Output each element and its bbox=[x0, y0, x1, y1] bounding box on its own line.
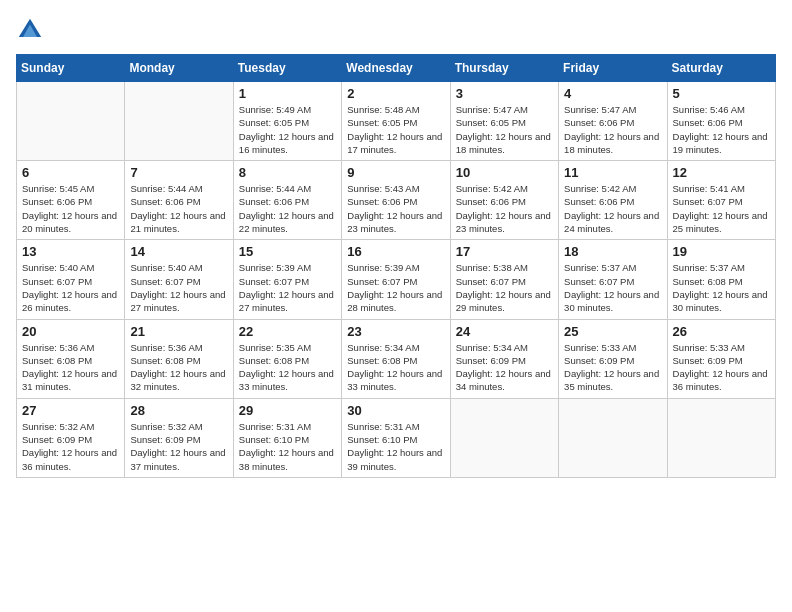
day-number: 28 bbox=[130, 403, 227, 418]
day-sun-info: Sunrise: 5:40 AM Sunset: 6:07 PM Dayligh… bbox=[130, 261, 227, 314]
calendar-cell: 12Sunrise: 5:41 AM Sunset: 6:07 PM Dayli… bbox=[667, 161, 775, 240]
calendar-cell: 20Sunrise: 5:36 AM Sunset: 6:08 PM Dayli… bbox=[17, 319, 125, 398]
calendar-cell: 25Sunrise: 5:33 AM Sunset: 6:09 PM Dayli… bbox=[559, 319, 667, 398]
calendar-cell: 10Sunrise: 5:42 AM Sunset: 6:06 PM Dayli… bbox=[450, 161, 558, 240]
weekday-header-sunday: Sunday bbox=[17, 55, 125, 82]
calendar-cell: 15Sunrise: 5:39 AM Sunset: 6:07 PM Dayli… bbox=[233, 240, 341, 319]
calendar-cell: 28Sunrise: 5:32 AM Sunset: 6:09 PM Dayli… bbox=[125, 398, 233, 477]
day-number: 2 bbox=[347, 86, 444, 101]
calendar-cell: 23Sunrise: 5:34 AM Sunset: 6:08 PM Dayli… bbox=[342, 319, 450, 398]
weekday-header-row: SundayMondayTuesdayWednesdayThursdayFrid… bbox=[17, 55, 776, 82]
calendar-cell: 11Sunrise: 5:42 AM Sunset: 6:06 PM Dayli… bbox=[559, 161, 667, 240]
calendar-cell: 8Sunrise: 5:44 AM Sunset: 6:06 PM Daylig… bbox=[233, 161, 341, 240]
day-sun-info: Sunrise: 5:47 AM Sunset: 6:05 PM Dayligh… bbox=[456, 103, 553, 156]
day-sun-info: Sunrise: 5:39 AM Sunset: 6:07 PM Dayligh… bbox=[239, 261, 336, 314]
logo-icon bbox=[16, 16, 44, 44]
day-sun-info: Sunrise: 5:41 AM Sunset: 6:07 PM Dayligh… bbox=[673, 182, 770, 235]
weekday-header-tuesday: Tuesday bbox=[233, 55, 341, 82]
day-number: 18 bbox=[564, 244, 661, 259]
weekday-header-wednesday: Wednesday bbox=[342, 55, 450, 82]
day-sun-info: Sunrise: 5:33 AM Sunset: 6:09 PM Dayligh… bbox=[564, 341, 661, 394]
day-number: 21 bbox=[130, 324, 227, 339]
calendar-week-row: 20Sunrise: 5:36 AM Sunset: 6:08 PM Dayli… bbox=[17, 319, 776, 398]
calendar-cell: 13Sunrise: 5:40 AM Sunset: 6:07 PM Dayli… bbox=[17, 240, 125, 319]
day-number: 16 bbox=[347, 244, 444, 259]
weekday-header-thursday: Thursday bbox=[450, 55, 558, 82]
calendar-cell: 18Sunrise: 5:37 AM Sunset: 6:07 PM Dayli… bbox=[559, 240, 667, 319]
day-number: 22 bbox=[239, 324, 336, 339]
day-number: 25 bbox=[564, 324, 661, 339]
day-sun-info: Sunrise: 5:47 AM Sunset: 6:06 PM Dayligh… bbox=[564, 103, 661, 156]
day-number: 5 bbox=[673, 86, 770, 101]
day-sun-info: Sunrise: 5:36 AM Sunset: 6:08 PM Dayligh… bbox=[22, 341, 119, 394]
day-number: 27 bbox=[22, 403, 119, 418]
day-number: 17 bbox=[456, 244, 553, 259]
weekday-header-friday: Friday bbox=[559, 55, 667, 82]
calendar-cell: 9Sunrise: 5:43 AM Sunset: 6:06 PM Daylig… bbox=[342, 161, 450, 240]
calendar-cell: 5Sunrise: 5:46 AM Sunset: 6:06 PM Daylig… bbox=[667, 82, 775, 161]
calendar-cell bbox=[450, 398, 558, 477]
calendar-cell bbox=[17, 82, 125, 161]
day-sun-info: Sunrise: 5:39 AM Sunset: 6:07 PM Dayligh… bbox=[347, 261, 444, 314]
calendar-cell: 27Sunrise: 5:32 AM Sunset: 6:09 PM Dayli… bbox=[17, 398, 125, 477]
day-number: 26 bbox=[673, 324, 770, 339]
calendar-week-row: 1Sunrise: 5:49 AM Sunset: 6:05 PM Daylig… bbox=[17, 82, 776, 161]
day-sun-info: Sunrise: 5:37 AM Sunset: 6:08 PM Dayligh… bbox=[673, 261, 770, 314]
page-header bbox=[16, 16, 776, 44]
day-sun-info: Sunrise: 5:32 AM Sunset: 6:09 PM Dayligh… bbox=[130, 420, 227, 473]
day-sun-info: Sunrise: 5:32 AM Sunset: 6:09 PM Dayligh… bbox=[22, 420, 119, 473]
day-sun-info: Sunrise: 5:37 AM Sunset: 6:07 PM Dayligh… bbox=[564, 261, 661, 314]
day-number: 24 bbox=[456, 324, 553, 339]
calendar-cell bbox=[667, 398, 775, 477]
weekday-header-monday: Monday bbox=[125, 55, 233, 82]
day-number: 12 bbox=[673, 165, 770, 180]
day-sun-info: Sunrise: 5:38 AM Sunset: 6:07 PM Dayligh… bbox=[456, 261, 553, 314]
day-number: 11 bbox=[564, 165, 661, 180]
calendar-week-row: 6Sunrise: 5:45 AM Sunset: 6:06 PM Daylig… bbox=[17, 161, 776, 240]
day-number: 9 bbox=[347, 165, 444, 180]
day-number: 8 bbox=[239, 165, 336, 180]
day-number: 20 bbox=[22, 324, 119, 339]
calendar-cell bbox=[125, 82, 233, 161]
weekday-header-saturday: Saturday bbox=[667, 55, 775, 82]
calendar-cell: 24Sunrise: 5:34 AM Sunset: 6:09 PM Dayli… bbox=[450, 319, 558, 398]
day-sun-info: Sunrise: 5:44 AM Sunset: 6:06 PM Dayligh… bbox=[239, 182, 336, 235]
calendar-cell: 2Sunrise: 5:48 AM Sunset: 6:05 PM Daylig… bbox=[342, 82, 450, 161]
calendar-week-row: 27Sunrise: 5:32 AM Sunset: 6:09 PM Dayli… bbox=[17, 398, 776, 477]
day-number: 23 bbox=[347, 324, 444, 339]
day-sun-info: Sunrise: 5:40 AM Sunset: 6:07 PM Dayligh… bbox=[22, 261, 119, 314]
calendar-cell: 6Sunrise: 5:45 AM Sunset: 6:06 PM Daylig… bbox=[17, 161, 125, 240]
calendar-cell: 22Sunrise: 5:35 AM Sunset: 6:08 PM Dayli… bbox=[233, 319, 341, 398]
day-number: 1 bbox=[239, 86, 336, 101]
day-sun-info: Sunrise: 5:31 AM Sunset: 6:10 PM Dayligh… bbox=[239, 420, 336, 473]
calendar-cell: 4Sunrise: 5:47 AM Sunset: 6:06 PM Daylig… bbox=[559, 82, 667, 161]
calendar-cell: 30Sunrise: 5:31 AM Sunset: 6:10 PM Dayli… bbox=[342, 398, 450, 477]
day-number: 30 bbox=[347, 403, 444, 418]
day-sun-info: Sunrise: 5:42 AM Sunset: 6:06 PM Dayligh… bbox=[456, 182, 553, 235]
day-sun-info: Sunrise: 5:42 AM Sunset: 6:06 PM Dayligh… bbox=[564, 182, 661, 235]
logo bbox=[16, 16, 48, 44]
calendar-cell bbox=[559, 398, 667, 477]
day-number: 3 bbox=[456, 86, 553, 101]
day-sun-info: Sunrise: 5:48 AM Sunset: 6:05 PM Dayligh… bbox=[347, 103, 444, 156]
calendar-cell: 29Sunrise: 5:31 AM Sunset: 6:10 PM Dayli… bbox=[233, 398, 341, 477]
calendar-cell: 26Sunrise: 5:33 AM Sunset: 6:09 PM Dayli… bbox=[667, 319, 775, 398]
day-number: 4 bbox=[564, 86, 661, 101]
calendar-cell: 14Sunrise: 5:40 AM Sunset: 6:07 PM Dayli… bbox=[125, 240, 233, 319]
day-number: 14 bbox=[130, 244, 227, 259]
day-sun-info: Sunrise: 5:46 AM Sunset: 6:06 PM Dayligh… bbox=[673, 103, 770, 156]
day-number: 29 bbox=[239, 403, 336, 418]
calendar-cell: 1Sunrise: 5:49 AM Sunset: 6:05 PM Daylig… bbox=[233, 82, 341, 161]
day-sun-info: Sunrise: 5:35 AM Sunset: 6:08 PM Dayligh… bbox=[239, 341, 336, 394]
day-number: 13 bbox=[22, 244, 119, 259]
day-sun-info: Sunrise: 5:45 AM Sunset: 6:06 PM Dayligh… bbox=[22, 182, 119, 235]
day-number: 15 bbox=[239, 244, 336, 259]
day-sun-info: Sunrise: 5:34 AM Sunset: 6:08 PM Dayligh… bbox=[347, 341, 444, 394]
calendar-cell: 7Sunrise: 5:44 AM Sunset: 6:06 PM Daylig… bbox=[125, 161, 233, 240]
day-sun-info: Sunrise: 5:49 AM Sunset: 6:05 PM Dayligh… bbox=[239, 103, 336, 156]
calendar-cell: 3Sunrise: 5:47 AM Sunset: 6:05 PM Daylig… bbox=[450, 82, 558, 161]
day-sun-info: Sunrise: 5:36 AM Sunset: 6:08 PM Dayligh… bbox=[130, 341, 227, 394]
calendar-week-row: 13Sunrise: 5:40 AM Sunset: 6:07 PM Dayli… bbox=[17, 240, 776, 319]
day-sun-info: Sunrise: 5:44 AM Sunset: 6:06 PM Dayligh… bbox=[130, 182, 227, 235]
calendar-cell: 19Sunrise: 5:37 AM Sunset: 6:08 PM Dayli… bbox=[667, 240, 775, 319]
